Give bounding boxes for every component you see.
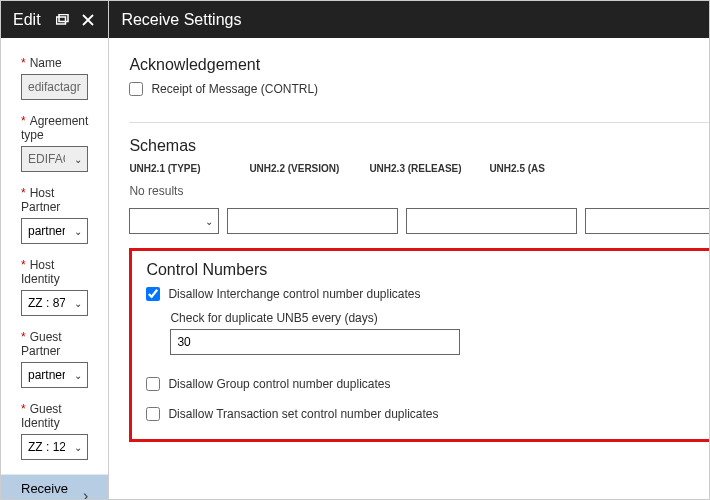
control-numbers-section: Control Numbers Disallow Interchange con… bbox=[129, 248, 710, 442]
disallow-interchange-row[interactable]: Disallow Interchange control number dupl… bbox=[146, 287, 710, 301]
check-days-block: Check for duplicate UNB5 every (days) bbox=[170, 311, 710, 355]
col-unh25: UNH2.5 (AS bbox=[489, 163, 545, 174]
check-days-label: Check for duplicate UNB5 every (days) bbox=[170, 311, 710, 325]
receive-settings-title: Receive Settings bbox=[121, 11, 710, 29]
schema-release-input[interactable] bbox=[406, 208, 577, 234]
disallow-group-label: Disallow Group control number duplicates bbox=[168, 377, 390, 391]
col-unh21: UNH2.1 (TYPE) bbox=[129, 163, 229, 174]
field-guest-partner: *Guest Partner ⌄ bbox=[21, 330, 88, 388]
schemas-input-row: ⌄ bbox=[129, 208, 710, 234]
receipt-of-message-label: Receipt of Message (CONTRL) bbox=[151, 82, 318, 96]
disallow-group-checkbox[interactable] bbox=[146, 377, 160, 391]
acknowledgement-heading: Acknowledgement bbox=[129, 56, 710, 74]
restore-icon[interactable] bbox=[54, 12, 70, 28]
divider bbox=[129, 122, 710, 123]
schemas-section: Schemas UNH2.1 (TYPE) UNH2.2 (VERSION) U… bbox=[129, 137, 710, 248]
chevron-right-icon: › bbox=[83, 487, 88, 499]
schema-as-input[interactable] bbox=[585, 208, 710, 234]
control-numbers-heading: Control Numbers bbox=[146, 261, 710, 279]
edit-panel: Edit *Name *Agreement type ⌄ *Host Partn… bbox=[1, 1, 109, 499]
host-partner-label: Host Partner bbox=[21, 186, 60, 214]
col-unh22: UNH2.2 (VERSION) bbox=[249, 163, 349, 174]
col-unh23: UNH2.3 (RELEASE) bbox=[369, 163, 469, 174]
schemas-no-results: No results bbox=[129, 184, 710, 198]
receive-settings-body: Acknowledgement Receipt of Message (CONT… bbox=[109, 38, 710, 499]
schemas-columns: UNH2.1 (TYPE) UNH2.2 (VERSION) UNH2.3 (R… bbox=[129, 163, 710, 174]
nav-receive-label: Receive Settings bbox=[21, 481, 83, 499]
settings-nav: Receive Settings › Send Settings › bbox=[1, 474, 108, 499]
schema-type-select[interactable] bbox=[129, 208, 219, 234]
check-days-input[interactable] bbox=[170, 329, 460, 355]
name-input bbox=[21, 74, 88, 100]
receive-settings-panel: Receive Settings Acknowledgement Receipt… bbox=[109, 1, 710, 499]
field-host-identity: *Host Identity ⌄ bbox=[21, 258, 88, 316]
host-partner-select[interactable] bbox=[21, 218, 88, 244]
close-icon[interactable] bbox=[80, 12, 96, 28]
disallow-interchange-label: Disallow Interchange control number dupl… bbox=[168, 287, 420, 301]
agreement-type-label: Agreement type bbox=[21, 114, 88, 142]
field-agreement-type: *Agreement type ⌄ bbox=[21, 114, 88, 172]
host-identity-label: Host Identity bbox=[21, 258, 60, 286]
acknowledgement-section: Acknowledgement Receipt of Message (CONT… bbox=[129, 56, 710, 114]
agreement-type-select bbox=[21, 146, 88, 172]
nav-receive-settings[interactable]: Receive Settings › bbox=[1, 474, 108, 499]
guest-identity-label: Guest Identity bbox=[21, 402, 62, 430]
guest-partner-select[interactable] bbox=[21, 362, 88, 388]
edit-panel-title: Edit bbox=[13, 11, 44, 29]
edit-panel-header: Edit bbox=[1, 1, 108, 38]
name-label: Name bbox=[30, 56, 62, 70]
receive-settings-header: Receive Settings bbox=[109, 1, 710, 38]
disallow-transaction-checkbox[interactable] bbox=[146, 407, 160, 421]
svg-rect-0 bbox=[56, 17, 65, 24]
field-host-partner: *Host Partner ⌄ bbox=[21, 186, 88, 244]
host-identity-select[interactable] bbox=[21, 290, 88, 316]
edit-panel-body: *Name *Agreement type ⌄ *Host Partner ⌄ … bbox=[1, 38, 108, 499]
disallow-group-row[interactable]: Disallow Group control number duplicates bbox=[146, 377, 710, 391]
receipt-of-message-checkbox[interactable] bbox=[129, 82, 143, 96]
schemas-heading: Schemas bbox=[129, 137, 710, 155]
disallow-transaction-row[interactable]: Disallow Transaction set control number … bbox=[146, 407, 710, 421]
schema-version-input[interactable] bbox=[227, 208, 398, 234]
field-guest-identity: *Guest Identity ⌄ bbox=[21, 402, 88, 460]
disallow-interchange-checkbox[interactable] bbox=[146, 287, 160, 301]
field-name: *Name bbox=[21, 56, 88, 100]
svg-rect-1 bbox=[59, 15, 68, 22]
guest-identity-select[interactable] bbox=[21, 434, 88, 460]
guest-partner-label: Guest Partner bbox=[21, 330, 62, 358]
receipt-of-message-row[interactable]: Receipt of Message (CONTRL) bbox=[129, 82, 710, 96]
disallow-transaction-label: Disallow Transaction set control number … bbox=[168, 407, 438, 421]
